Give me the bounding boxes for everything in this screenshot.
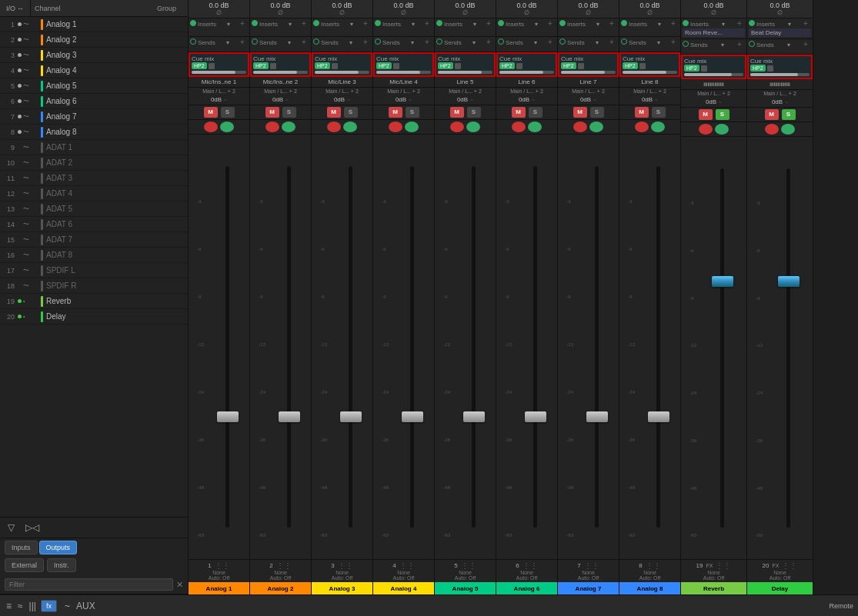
insert-item[interactable]: Room Reve... [683,28,745,37]
cue-fader-bar[interactable] [192,71,246,74]
sends-add-btn[interactable]: + [737,41,745,48]
monitor-button[interactable] [781,124,795,135]
inserts-power[interactable]: Inserts [621,20,647,28]
inserts-down-arrow[interactable]: ▾ [535,21,538,28]
strip-knob-icon[interactable]: ⋮⋮ [646,561,661,570]
transport-down-icon[interactable]: ▽ [5,521,18,534]
eq-mode-btn[interactable] [655,99,658,101]
inserts-down-arrow[interactable]: ▾ [658,21,661,28]
strip-color-bar[interactable]: Analog 8 [619,582,680,594]
bottom-icon-eq[interactable]: ||| [28,599,38,613]
fader-handle[interactable] [648,411,669,422]
inserts-down-arrow[interactable]: ▾ [350,21,353,28]
bottom-btn-fx[interactable]: fx [41,600,57,612]
eq-mode-btn[interactable] [719,102,722,103]
mute-button[interactable]: M [389,107,402,118]
cue-dest-badge[interactable]: HP2 [684,65,699,72]
inserts-add-btn[interactable]: + [363,20,371,28]
cue-fader-bar[interactable] [623,71,677,74]
fader-handle[interactable] [525,411,546,422]
fader-main[interactable] [575,135,619,559]
mute-button[interactable]: M [699,109,713,120]
bottom-icon-tilde[interactable]: ~ [63,599,72,613]
sidebar-channel-row[interactable]: 15 〜 ADAT 7 [0,232,188,248]
eq-mode-btn[interactable] [470,99,473,101]
strip-color-bar[interactable]: Analog 5 [435,582,496,594]
record-button[interactable] [389,122,402,132]
monitor-button[interactable] [528,122,542,132]
sends-down-arrow[interactable]: ▾ [534,39,537,46]
phase-symbol[interactable]: ∅ [622,9,678,16]
strip-knob-icon[interactable]: ⋮⋮ [215,561,230,570]
monitor-button[interactable] [651,122,665,132]
fader-handle[interactable] [217,411,239,422]
inserts-down-arrow[interactable]: ▾ [788,21,791,28]
eq-mode-btn[interactable] [409,99,412,101]
monitor-button[interactable] [405,122,419,132]
cue-dest-badge[interactable]: HP2 [253,62,269,69]
record-button[interactable] [635,122,649,132]
phase-symbol[interactable]: ∅ [314,9,370,16]
inserts-down-arrow[interactable]: ▾ [722,21,725,28]
strip-color-bar[interactable]: Analog 7 [558,582,619,594]
inserts-down-arrow[interactable]: ▾ [473,21,476,28]
strip-color-bar[interactable]: Analog 4 [373,582,434,594]
solo-button[interactable]: S [406,107,419,118]
sends-power[interactable]: Sends [559,38,585,46]
filter-input[interactable] [5,578,173,591]
sidebar-channel-row[interactable]: 6 〜 Analog 6 [0,94,188,109]
inserts-power[interactable]: Inserts [498,20,524,28]
inserts-power[interactable]: Inserts [252,20,278,28]
record-button[interactable] [699,124,713,135]
monitor-button[interactable] [220,122,234,132]
cue-lock-icon[interactable] [578,63,584,69]
solo-button[interactable]: S [282,107,296,118]
sidebar-channel-row[interactable]: 10 〜 ADAT 2 [0,155,188,171]
sidebar-channel-row[interactable]: 2 〜 Analog 2 [0,32,188,48]
phase-symbol[interactable]: ∅ [376,9,432,16]
mute-button[interactable]: M [635,107,649,118]
solo-button[interactable]: S [716,109,729,120]
fader-main[interactable] [267,135,311,559]
inserts-down-arrow[interactable]: ▾ [596,21,599,28]
fader-main[interactable] [452,135,496,559]
sidebar-channel-row[interactable]: 5 〜 Analog 5 [0,78,188,94]
record-button[interactable] [765,124,779,135]
fader-main[interactable] [329,135,372,559]
sends-add-btn[interactable]: + [609,38,617,46]
sends-add-btn[interactable]: + [671,38,679,46]
cue-dest-badge[interactable]: HP2 [315,62,330,69]
inserts-power[interactable]: Inserts [375,20,401,28]
inserts-add-btn[interactable]: + [548,20,556,28]
inserts-add-btn[interactable]: + [425,20,432,28]
sidebar-channel-row[interactable]: 16 〜 ADAT 8 [0,248,188,263]
cue-dest-badge[interactable]: HP2 [499,62,515,69]
cue-fader-bar[interactable] [750,73,810,76]
cue-dest-badge[interactable]: HP2 [376,62,392,69]
sidebar-channel-row[interactable]: 4 〜 Analog 4 [0,63,188,78]
strip-knob-icon[interactable]: ⋮⋮ [338,561,353,570]
sidebar-channel-row[interactable]: 1 〜 Analog 1 [0,17,188,32]
sidebar-channel-row[interactable]: 18 〜 SPDIF R [0,278,188,294]
inserts-add-btn[interactable]: + [486,20,494,28]
filter-clear-icon[interactable]: ✕ [176,580,183,590]
record-button[interactable] [204,122,218,132]
sidebar-channel-row[interactable]: 12 〜 ADAT 4 [0,186,188,201]
mute-button[interactable]: M [450,107,464,118]
monitor-button[interactable] [282,122,295,132]
inserts-power[interactable]: Inserts [436,20,462,28]
sends-power[interactable]: Sends [252,38,277,46]
cue-lock-icon[interactable] [516,63,522,69]
fader-handle[interactable] [463,411,485,422]
cue-dest-badge[interactable]: HP2 [561,62,576,69]
eq-mode-btn[interactable] [285,99,289,101]
sends-down-arrow[interactable]: ▾ [787,42,790,48]
cue-dest-badge[interactable]: HP2 [623,62,638,69]
transport-skip-icon[interactable]: ▷◁ [22,521,42,534]
inserts-down-arrow[interactable]: ▾ [412,21,415,28]
sends-power[interactable]: Sends [749,41,774,48]
cue-fader-bar[interactable] [499,71,554,74]
sends-down-arrow[interactable]: ▾ [472,39,476,46]
record-button[interactable] [327,122,341,132]
phase-symbol[interactable]: ∅ [191,9,247,16]
